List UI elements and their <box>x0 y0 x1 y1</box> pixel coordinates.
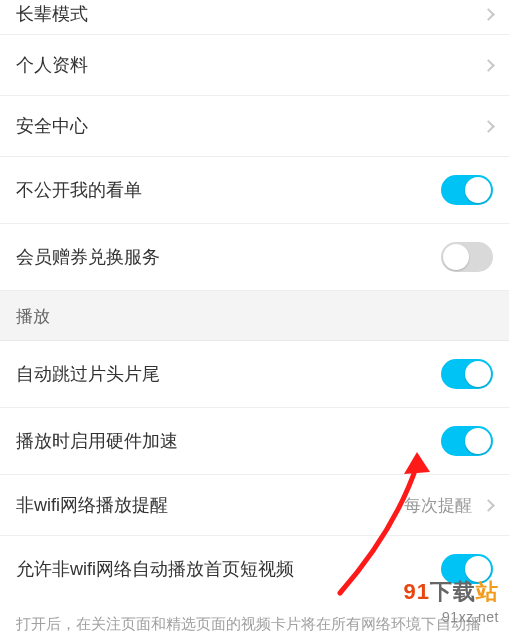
row-coupon-exchange: 会员赠券兑换服务 <box>0 224 509 291</box>
chevron-right-icon <box>482 499 495 512</box>
row-security-center[interactable]: 安全中心 <box>0 96 509 157</box>
skip-intro-outro-toggle[interactable] <box>441 359 493 389</box>
hw-accel-toggle[interactable] <box>441 426 493 456</box>
auto-short-video-label: 允许非wifi网络自动播放首页短视频 <box>16 557 441 581</box>
section-playback-header: 播放 <box>0 291 509 341</box>
nonwifi-reminder-value-text: 每次提醒 <box>404 494 472 517</box>
chevron-right-icon <box>482 59 495 72</box>
row-hw-accel: 播放时启用硬件加速 <box>0 408 509 475</box>
coupon-exchange-toggle[interactable] <box>441 242 493 272</box>
row-hide-watchlist: 不公开我的看单 <box>0 157 509 224</box>
settings-list: 长辈模式 个人资料 安全中心 不公开我的看单 会员赠券兑换服务 播放 自动跳过片… <box>0 0 509 639</box>
coupon-exchange-label: 会员赠券兑换服务 <box>16 245 441 269</box>
hide-watchlist-label: 不公开我的看单 <box>16 178 441 202</box>
row-profile[interactable]: 个人资料 <box>0 35 509 96</box>
skip-intro-outro-label: 自动跳过片头片尾 <box>16 362 441 386</box>
auto-short-video-desc: 打开后，在关注页面和精选页面的视频卡片将在所有网络环境下自动播放。关闭后，移动网… <box>0 602 509 639</box>
chevron-right-icon <box>482 8 495 21</box>
row-elder-mode[interactable]: 长辈模式 <box>0 0 509 35</box>
nonwifi-reminder-label: 非wifi网络播放提醒 <box>16 493 404 517</box>
security-label: 安全中心 <box>16 114 478 138</box>
hw-accel-label: 播放时启用硬件加速 <box>16 429 441 453</box>
row-skip-intro-outro: 自动跳过片头片尾 <box>0 341 509 408</box>
profile-label: 个人资料 <box>16 53 478 77</box>
nonwifi-reminder-value: 每次提醒 <box>404 494 493 517</box>
row-auto-short-video: 允许非wifi网络自动播放首页短视频 <box>0 536 509 602</box>
row-nonwifi-reminder[interactable]: 非wifi网络播放提醒 每次提醒 <box>0 475 509 536</box>
chevron-right-icon <box>482 120 495 133</box>
auto-short-video-toggle[interactable] <box>441 554 493 584</box>
hide-watchlist-toggle[interactable] <box>441 175 493 205</box>
elder-mode-label: 长辈模式 <box>16 2 478 26</box>
